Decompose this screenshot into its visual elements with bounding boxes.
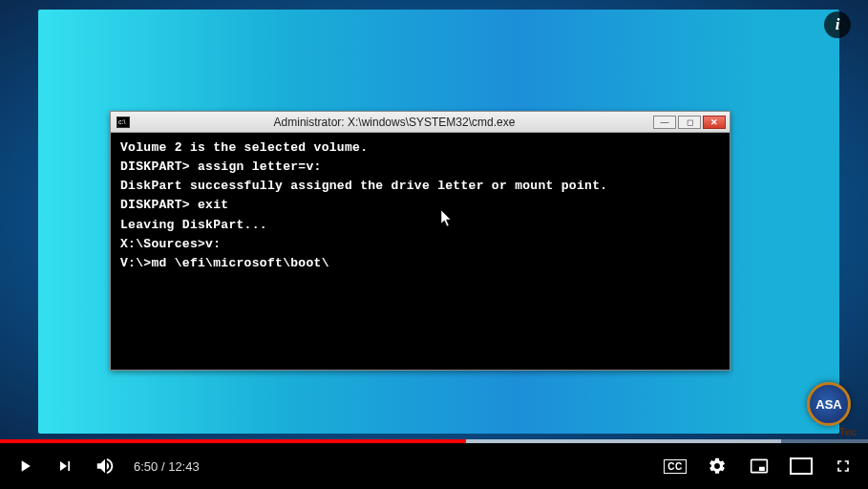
controls-right: CC: [664, 455, 855, 478]
video-frame[interactable]: Administrator: X:\windows\SYSTEM32\cmd.e…: [0, 0, 868, 443]
volume-button[interactable]: [94, 455, 116, 478]
cmd-icon: [116, 117, 130, 128]
info-card-button[interactable]: i: [824, 11, 851, 38]
play-icon: [15, 457, 34, 476]
video-player: Administrator: X:\windows\SYSTEM32\cmd.e…: [0, 0, 868, 489]
maximize-button[interactable]: ◻: [678, 116, 701, 129]
controls-bar: 6:50 / 12:43 CC: [0, 443, 868, 489]
watermark-subtext: Tec: [839, 426, 857, 437]
settings-button[interactable]: [706, 455, 729, 478]
miniplayer-button[interactable]: [748, 455, 771, 478]
time-display: 6:50 / 12:43: [134, 459, 200, 474]
info-icon: i: [836, 15, 840, 34]
next-icon: [55, 457, 74, 476]
miniplayer-icon: [750, 457, 769, 476]
close-button[interactable]: ✕: [703, 116, 726, 129]
svg-rect-0: [791, 458, 812, 474]
gear-icon: [708, 457, 727, 476]
minimize-button[interactable]: —: [653, 116, 676, 129]
window-titlebar: Administrator: X:\windows\SYSTEM32\cmd.e…: [111, 112, 730, 133]
time-separator: /: [158, 459, 168, 474]
channel-watermark[interactable]: ASA: [807, 382, 851, 426]
cc-icon: CC: [664, 459, 686, 474]
window-buttons: — ◻ ✕: [653, 116, 730, 129]
fullscreen-button[interactable]: [832, 455, 855, 478]
theater-button[interactable]: [790, 455, 813, 478]
time-current: 6:50: [134, 459, 158, 474]
time-duration: 12:43: [168, 459, 200, 474]
volume-icon: [95, 456, 116, 477]
captions-button[interactable]: CC: [664, 455, 687, 478]
cmd-window: Administrator: X:\windows\SYSTEM32\cmd.e…: [110, 111, 730, 371]
window-title: Administrator: X:\windows\SYSTEM32\cmd.e…: [136, 116, 653, 129]
watermark-text: ASA: [815, 397, 841, 412]
next-button[interactable]: [53, 455, 76, 478]
terminal-output: Volume 2 is the selected volume. DISKPAR…: [111, 133, 730, 370]
fullscreen-icon: [834, 457, 853, 476]
theater-icon: [790, 457, 813, 475]
controls-left: 6:50 / 12:43: [13, 455, 200, 478]
play-button[interactable]: [13, 455, 36, 478]
mouse-cursor-icon: [441, 210, 453, 227]
